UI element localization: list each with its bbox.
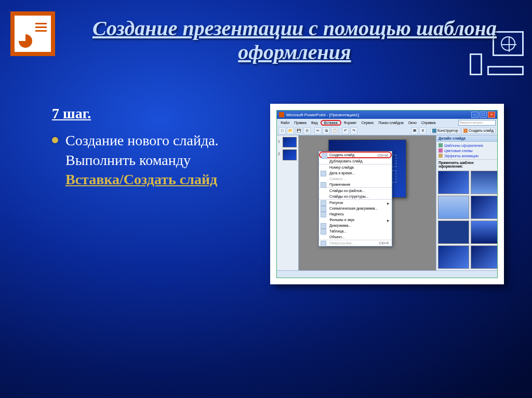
toolbar-copy-icon[interactable]: ⧉ <box>323 127 330 134</box>
insert-menu-dropdown: Создать слайдCtrl+MДублировать слайдНоме… <box>318 151 392 246</box>
menu-item: Гиперссылка...Ctrl+K <box>319 240 392 246</box>
close-button[interactable]: × <box>488 112 495 118</box>
menu-view[interactable]: Вид <box>309 120 320 125</box>
menu-item: Символ... <box>319 176 392 182</box>
submenu-arrow-icon: ▶ <box>387 218 390 222</box>
maximize-button[interactable]: □ <box>480 112 487 118</box>
menu-slideshow[interactable]: Показ слайдов <box>376 120 405 125</box>
colors-icon <box>438 148 443 153</box>
powerpoint-logo <box>10 11 55 56</box>
menu-item[interactable]: Надпись <box>319 211 392 217</box>
template-option[interactable] <box>471 221 497 244</box>
toolbar-save-icon[interactable]: 💾 <box>295 127 302 134</box>
menu-item[interactable]: Схематическая диаграмма... <box>319 205 392 211</box>
menu-item[interactable]: Слайды из структуры... <box>319 194 392 200</box>
menu-item[interactable]: Объект... <box>319 234 392 240</box>
window-title: Microsoft PowerPoint - [Презентация1] <box>286 113 359 117</box>
template-option[interactable] <box>438 221 469 244</box>
menu-file[interactable]: Файл <box>278 120 291 125</box>
template-option[interactable] <box>471 171 497 194</box>
taskpane-link-templates[interactable]: Шаблоны оформления <box>438 143 495 147</box>
menu-item[interactable]: Слайды из файлов... <box>319 188 392 194</box>
effects-icon <box>438 154 443 158</box>
template-option[interactable] <box>438 196 469 219</box>
toolbar-paste-icon[interactable]: 📋 <box>331 127 338 134</box>
status-bar <box>277 270 497 278</box>
menu-insert[interactable]: Вставка <box>321 120 341 126</box>
menu-item[interactable]: Дата и время... <box>319 170 392 176</box>
toolbar-bold-icon[interactable]: Ж <box>411 127 418 134</box>
toolbar-new-icon[interactable]: □ <box>278 127 286 134</box>
template-option[interactable] <box>471 196 497 219</box>
menu-help[interactable]: Справка <box>419 120 437 125</box>
minimize-button[interactable]: – <box>471 112 478 118</box>
app-icon <box>279 112 284 117</box>
menu-item[interactable]: Примечание <box>319 182 392 188</box>
menu-window[interactable]: Окно <box>406 120 419 125</box>
task-pane: Дизайн слайда Шаблоны оформления Цветовы… <box>436 135 497 270</box>
shortcut-label: Ctrl+M <box>377 154 388 157</box>
toolbar-cut-icon[interactable]: ✂ <box>314 127 322 134</box>
toolbar-constructor-button[interactable]: Конструктор <box>430 128 460 134</box>
shortcut-label: Ctrl+K <box>379 241 389 245</box>
submenu-arrow-icon: ▶ <box>387 201 390 205</box>
menu-item[interactable]: Диаграмма... <box>319 223 392 228</box>
menu-format[interactable]: Формат <box>342 120 359 125</box>
menu-item-icon <box>321 241 326 246</box>
menu-item[interactable]: Номер слайда <box>319 164 392 170</box>
titlebar: Microsoft PowerPoint - [Презентация1] – … <box>277 111 497 119</box>
toolbar-undo-icon[interactable]: ↶ <box>342 127 349 134</box>
body-pre: Создание нового слайда. Выполнить команд… <box>65 132 219 168</box>
taskpane-link-effects[interactable]: Эффекты анимации <box>438 154 495 158</box>
toolbar-italic-icon[interactable]: К <box>419 127 427 134</box>
body-emphasis: Вставка/Создать слайд <box>65 171 217 187</box>
taskpane-link-colors[interactable]: Цветовые схемы <box>438 148 495 153</box>
slide-thumb-1[interactable]: 1 <box>283 137 297 147</box>
template-grid <box>436 169 497 270</box>
step-heading: 7 шаг. <box>52 104 239 123</box>
toolbar-open-icon[interactable]: 📂 <box>287 127 294 134</box>
toolbar: □ 📂 💾 ⎙ ✂ ⧉ 📋 ↶ ↷ Ж К Конструктор Создат… <box>277 126 497 135</box>
slide-thumb-2[interactable]: 2 <box>283 149 297 160</box>
template-option[interactable] <box>438 245 469 269</box>
toolbar-new-slide-button[interactable]: Создать слайд <box>461 128 496 134</box>
template-option[interactable] <box>438 171 469 194</box>
slide-body: 7 шаг. Создание нового слайда. Выполнить… <box>52 104 239 189</box>
powerpoint-window: Microsoft PowerPoint - [Презентация1] – … <box>276 110 498 278</box>
menu-item[interactable]: Таблица... <box>319 228 392 234</box>
templates-icon <box>438 143 443 147</box>
toolbar-redo-icon[interactable]: ↷ <box>350 127 357 134</box>
body-text: Создание нового слайда. Выполнить команд… <box>65 131 239 189</box>
menubar: Файл Правка Вид Вставка Формат Сервис По… <box>277 119 497 126</box>
toolbar-print-icon[interactable]: ⎙ <box>303 127 311 134</box>
bullet-icon <box>52 137 58 143</box>
menu-tools[interactable]: Сервис <box>359 120 376 125</box>
ask-question-box[interactable]: Введите вопрос <box>458 120 496 126</box>
taskpane-title: Дизайн слайда <box>436 135 497 142</box>
taskpane-apply-label: Применить шаблон оформления: <box>436 159 497 169</box>
menu-item[interactable]: Дублировать слайд <box>319 158 392 164</box>
template-option[interactable] <box>471 245 497 269</box>
menu-item-icon <box>321 182 326 188</box>
menu-item[interactable]: Создать слайдCtrl+M <box>319 152 392 158</box>
menu-item[interactable]: Рисунок▶ <box>319 200 392 205</box>
menu-edit[interactable]: Правка <box>292 120 309 125</box>
slide-title: Создание презентации с помощью шаблона о… <box>73 17 516 64</box>
slide-thumbnails-pane: 1 2 <box>277 135 299 270</box>
screenshot-frame: Microsoft PowerPoint - [Презентация1] – … <box>270 104 504 284</box>
menu-item[interactable]: Фильмы и звук▶ <box>319 217 392 223</box>
